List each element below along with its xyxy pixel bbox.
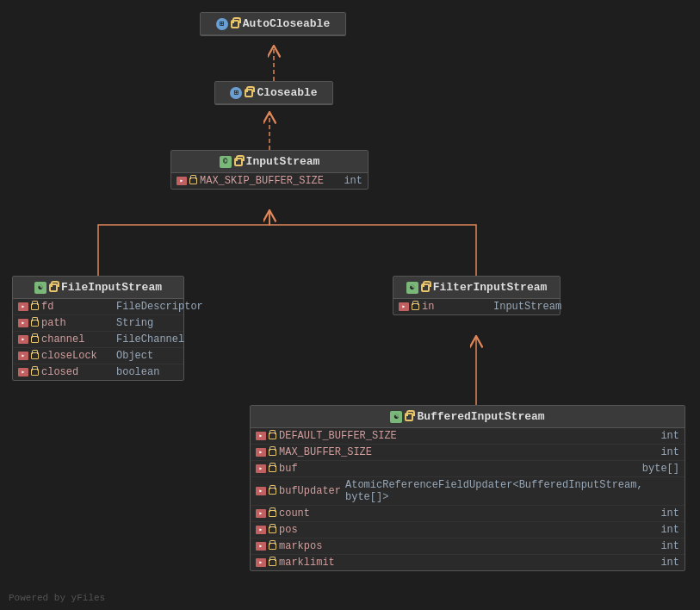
field-name: bufUpdater [279, 485, 339, 497]
field-type: InputStream [493, 301, 561, 313]
interface-icon2: ⊞ [230, 87, 242, 99]
class-autoCloseable: ⊞ AutoCloseable [200, 12, 346, 36]
lock-icon6 [405, 413, 413, 421]
closeable-header: ⊞ Closeable [215, 82, 332, 104]
field-name: marklimit [279, 557, 348, 569]
class-bufferedInputStream: ☯ BufferedInputStream ▸ DEFAULT_BUFFER_S… [250, 405, 685, 571]
field-type: byte[] [642, 463, 679, 475]
field-name: count [279, 507, 348, 520]
fileInputStream-header: ☯ FileInputStream [13, 277, 183, 299]
lock-icon5 [421, 283, 430, 292]
field-name: MAX_SKIP_BUFFER_SIZE [200, 175, 324, 187]
tag-icon: ▸ [256, 448, 266, 457]
lock-field [269, 449, 276, 456]
field-name: closed [41, 366, 110, 378]
class-inputStream: © InputStream ▸ MAX_SKIP_BUFFER_SIZE int [170, 150, 369, 190]
interface-icon: ⊞ [216, 18, 228, 30]
field-name: in [422, 301, 491, 313]
inputStream-header: © InputStream [171, 151, 368, 173]
field-type: int [660, 540, 679, 552]
tag-icon: ▸ [18, 335, 28, 344]
diagram-container: ⊞ AutoCloseable ⊞ Closeable © InputStrea… [0, 0, 700, 610]
filterInputStream-header: ☯ FilterInputStream [393, 277, 560, 299]
watermark: Powered by yFiles [9, 593, 105, 603]
lock-icon2 [245, 89, 253, 97]
field-type: int [660, 557, 679, 569]
field-name: pos [279, 524, 348, 536]
class-filterInputStream: ☯ FilterInputStream ▸ in InputStream [393, 276, 561, 315]
lock-field [31, 352, 39, 359]
lock-field [269, 543, 276, 550]
tag-icon: ▸ [256, 487, 266, 495]
field-type: Object [116, 350, 153, 362]
tag-icon: ▸ [399, 302, 409, 311]
tag-icon: ▸ [256, 509, 266, 518]
tag-icon: ▸ [256, 432, 266, 440]
tag-icon: ▸ [256, 526, 266, 534]
bis-field-1: ▸ MAX_BUFFER_SIZE int [251, 445, 685, 461]
inputStream-field-0: ▸ MAX_SKIP_BUFFER_SIZE int [171, 173, 368, 189]
bis-field-4: ▸ count int [251, 506, 685, 522]
bufferedInputStream-title: BufferedInputStream [417, 410, 544, 423]
bis-field-0: ▸ DEFAULT_BUFFER_SIZE int [251, 428, 685, 445]
tag-icon: ▸ [256, 542, 266, 551]
lock-icon4 [49, 283, 58, 292]
tag-icon: ▸ [256, 558, 266, 567]
lock-field [31, 303, 39, 310]
class-icon5: ☯ [406, 282, 418, 294]
lock-field [269, 559, 276, 566]
field-name: fd [41, 301, 110, 313]
field-type: boolean [116, 366, 159, 378]
field-name: closeLock [41, 350, 110, 362]
tag-icon: ▸ [18, 302, 28, 311]
field-type: FileDescriptor [116, 301, 203, 313]
bis-field-3: ▸ bufUpdater AtomicReferenceFieldUpdater… [251, 477, 685, 506]
fis-field-0: ▸ fd FileDescriptor [13, 299, 183, 315]
fileInputStream-title: FileInputStream [61, 281, 162, 294]
closeable-title: Closeable [257, 86, 317, 99]
lock-field [269, 488, 276, 495]
field-name: markpos [279, 540, 348, 552]
tag-icon: ▸ [18, 368, 28, 377]
lock-field [269, 526, 276, 533]
lock-field [189, 177, 197, 184]
field-name: DEFAULT_BUFFER_SIZE [279, 430, 397, 442]
fis-field-3: ▸ closeLock Object [13, 348, 183, 364]
bufferedInputStream-header: ☯ BufferedInputStream [251, 406, 685, 428]
lock-field [31, 320, 39, 327]
lock-field [269, 465, 276, 472]
field-type: int [344, 175, 362, 187]
tag-icon: ▸ [177, 177, 187, 185]
abstract-icon: © [220, 156, 232, 168]
field-type: int [660, 507, 679, 520]
lock-field [31, 369, 39, 376]
fis-field-2: ▸ channel FileChannel [13, 332, 183, 348]
fit-field-0: ▸ in InputStream [393, 299, 560, 314]
field-type: AtomicReferenceFieldUpdater<BufferedInpu… [345, 479, 679, 503]
lock-field [269, 433, 276, 439]
fis-field-1: ▸ path String [13, 315, 183, 332]
class-icon6: ☯ [390, 411, 402, 423]
bis-field-6: ▸ markpos int [251, 538, 685, 555]
inputStream-title: InputStream [246, 155, 320, 168]
field-name: MAX_BUFFER_SIZE [279, 446, 372, 458]
field-type: String [116, 317, 153, 329]
field-type: FileChannel [116, 333, 184, 345]
lock-field [31, 336, 39, 343]
filterInputStream-title: FilterInputStream [433, 281, 548, 294]
fis-field-4: ▸ closed boolean [13, 364, 183, 380]
bis-field-2: ▸ buf byte[] [251, 461, 685, 477]
field-type: int [660, 446, 679, 458]
field-name: path [41, 317, 110, 329]
lock-icon3 [234, 158, 243, 166]
field-type: int [660, 430, 679, 442]
bis-field-7: ▸ marklimit int [251, 555, 685, 570]
lock-icon [231, 20, 239, 28]
class-icon4: ☯ [34, 282, 46, 294]
tag-icon: ▸ [18, 319, 28, 327]
autoCloseable-header: ⊞ AutoCloseable [201, 13, 345, 35]
field-type: int [660, 524, 679, 536]
bis-field-5: ▸ pos int [251, 522, 685, 538]
field-name: buf [279, 463, 348, 475]
lock-field [412, 303, 419, 310]
